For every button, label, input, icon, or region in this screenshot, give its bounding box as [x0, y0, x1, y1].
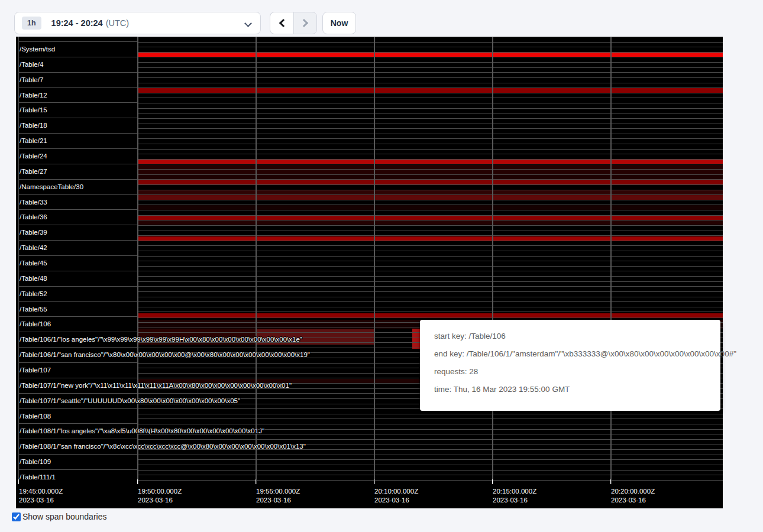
tooltip-start-key: start key: /Table/106: [434, 332, 720, 340]
span-boundary-line: [18, 393, 137, 394]
time-gridline: [492, 37, 493, 484]
span-label: /Table/106/1/"san francisco"/"\x80\x00\x…: [20, 351, 310, 359]
axis-tick: [256, 479, 256, 484]
span-boundary-line: [18, 240, 137, 241]
span-boundary-line: [18, 255, 137, 256]
time-range-badge: 1h: [22, 17, 41, 30]
time-nav-group: [270, 12, 317, 34]
chevron-left-icon: [279, 19, 287, 27]
axis-label: 19:55:00.000Z2023-03-16: [256, 487, 300, 505]
show-span-boundaries-label: Show span boundaries: [22, 512, 106, 521]
axis-label: 20:20:00.000Z2023-03-16: [611, 487, 655, 505]
show-span-boundaries-checkbox[interactable]: [12, 512, 21, 521]
span-boundary-line: [18, 102, 137, 103]
span-label: /Table/24: [20, 152, 47, 160]
span-boundary-line: [18, 316, 137, 317]
axis-tick: [137, 479, 138, 484]
span-boundary-line: [18, 225, 137, 225]
span-label: /System/tsd: [20, 45, 55, 53]
span-boundary-line: [18, 209, 137, 210]
axis-tick: [374, 479, 374, 484]
span-label: /Table/107/1/"seattle"/"UUUUUUD\x00\x80\…: [20, 397, 240, 405]
span-label: /Table/111/1: [20, 473, 56, 481]
span-boundary-line: [18, 378, 137, 378]
span-boundary-line: [18, 454, 137, 455]
heatmap-canvas[interactable]: /System/tsd/Table/4/Table/7/Table/12/Tab…: [16, 37, 723, 508]
span-label: /Table/106: [20, 320, 51, 328]
span-boundary-line: [18, 87, 137, 88]
span-boundary-line: [18, 194, 137, 195]
span-label: /NamespaceTable/30: [20, 183, 83, 191]
time-range-selector[interactable]: 1h 19:24 - 20:24 (UTC): [14, 12, 261, 34]
bucket-tooltip: start key: /Table/106 end key: /Table/10…: [420, 320, 720, 411]
span-boundary-line: [18, 148, 137, 149]
time-gridline: [256, 37, 257, 484]
span-label: /Table/27: [20, 167, 47, 176]
span-boundary-line: [18, 301, 137, 302]
span-label: /Table/48: [20, 274, 47, 283]
span-boundary-line: [18, 164, 137, 164]
span-label: /Table/45: [20, 259, 47, 267]
span-label: /Table/21: [20, 137, 47, 145]
span-label: /Table/108: [20, 412, 51, 420]
span-label: /Table/52: [20, 290, 47, 298]
axis-tick: [492, 479, 493, 484]
gridline-left-edge: [18, 37, 19, 484]
span-label: /Table/39: [20, 228, 47, 236]
span-label: /Table/18: [20, 121, 47, 129]
span-boundary-line: [18, 423, 137, 424]
span-label: /Table/12: [20, 91, 47, 99]
span-boundary-line: [18, 133, 137, 134]
span-boundary-line: [18, 118, 137, 118]
time-gridline: [137, 37, 138, 484]
span-boundary-lines: [137, 37, 723, 484]
span-label: /Table/107: [20, 366, 51, 374]
tooltip-end-key: end key: /Table/106/1/"amsterdam"/"\xb33…: [434, 349, 720, 358]
axis-label: 19:45:00.000Z2023-03-16: [19, 487, 63, 505]
span-boundary-line: [18, 469, 137, 470]
span-boundary-line: [18, 332, 137, 332]
span-boundary-line: [18, 179, 137, 180]
chevron-down-icon: [244, 20, 252, 27]
footer-controls: Show span boundaries: [12, 512, 106, 521]
span-boundary-line: [18, 347, 137, 348]
time-gridline: [374, 37, 375, 484]
time-range-text: 19:24 - 20:24: [51, 18, 103, 28]
next-time-button-disabled[interactable]: [293, 12, 317, 34]
now-button[interactable]: Now: [322, 12, 356, 34]
span-label: /Table/36: [20, 213, 47, 221]
span-label: /Table/108/1/"los angeles"/"\xa8\xf5\u00…: [20, 427, 264, 435]
span-label: /Table/7: [20, 76, 43, 84]
axis-label: 20:15:00.000Z2023-03-16: [493, 487, 536, 505]
span-boundary-line: [18, 41, 137, 42]
span-boundary-line: [18, 362, 137, 363]
span-boundary-line: [18, 286, 137, 287]
span-label: /Table/107/1/"new york"/"\x11\x11\x11\x1…: [20, 381, 292, 390]
time-range-zone: (UTC): [106, 18, 129, 28]
span-boundary-line: [18, 408, 137, 409]
span-label: /Table/42: [20, 244, 47, 252]
span-boundary-line: [18, 72, 137, 73]
time-gridline: [610, 37, 612, 484]
tooltip-requests: requests: 28: [434, 367, 720, 376]
axis-tick: [610, 479, 611, 484]
span-label: /Table/106/1/"los angeles"/"\x99\x99\x99…: [20, 335, 302, 343]
span-boundary-line: [18, 57, 137, 57]
span-boundary-line: [18, 439, 137, 439]
axis-tick: [18, 479, 19, 484]
chevron-right-icon: [300, 19, 308, 27]
span-label: /Table/33: [20, 198, 47, 206]
span-label: /Table/4: [20, 60, 43, 69]
span-label: /Table/108/1/"san francisco"/"\x8c\xcc\x…: [20, 442, 306, 450]
span-label: /Table/15: [20, 106, 47, 114]
span-label: /Table/109: [20, 458, 51, 466]
tooltip-time: time: Thu, 16 Mar 2023 19:55:00 GMT: [434, 385, 720, 394]
prev-time-button[interactable]: [270, 12, 293, 34]
span-boundary-line: [18, 271, 137, 271]
axis-label: 19:50:00.000Z2023-03-16: [138, 487, 182, 505]
span-label: /Table/55: [20, 305, 47, 313]
axis-label: 20:10:00.000Z2023-03-16: [374, 487, 418, 505]
